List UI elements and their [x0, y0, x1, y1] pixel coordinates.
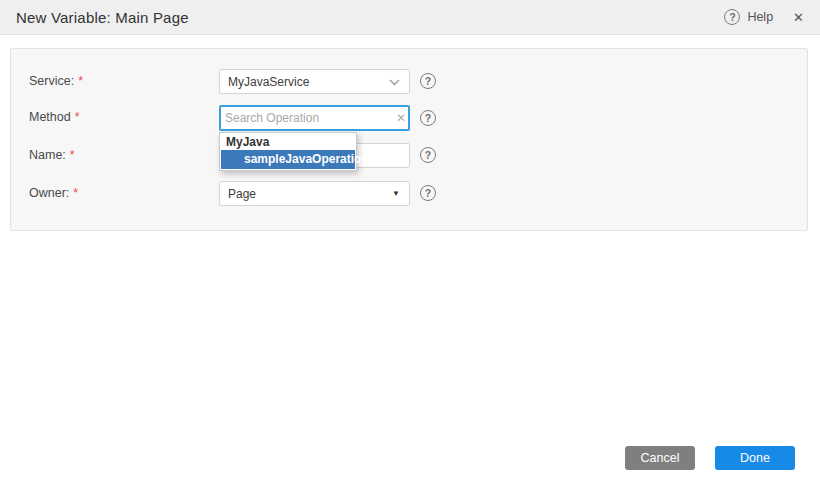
service-help-icon[interactable]: ? — [420, 73, 436, 89]
required-asterisk: * — [75, 110, 80, 124]
required-asterisk: * — [78, 74, 83, 88]
method-label: Method* — [29, 105, 80, 130]
method-help-icon[interactable]: ? — [420, 110, 436, 126]
service-select[interactable]: MyJavaService — [219, 69, 410, 94]
done-button[interactable]: Done — [715, 446, 795, 470]
clear-icon[interactable]: ✕ — [396, 105, 406, 131]
dialog-title: New Variable: Main Page — [16, 9, 189, 26]
required-asterisk: * — [73, 186, 78, 200]
name-help-icon[interactable]: ? — [420, 147, 436, 163]
service-label: Service:* — [29, 69, 83, 94]
method-search-input[interactable] — [219, 105, 410, 131]
method-results-dropdown: MyJava sampleJavaOperation — [219, 132, 357, 171]
owner-help-icon[interactable]: ? — [420, 185, 436, 201]
new-variable-dialog: New Variable: Main Page ? Help ✕ Service… — [0, 0, 820, 486]
caret-down-icon: ▼ — [392, 189, 400, 198]
owner-select[interactable]: Page ▼ — [219, 181, 410, 206]
form-panel: Service:* MyJavaService ? Method* ✕ ? Na… — [10, 48, 808, 231]
help-icon[interactable]: ? — [724, 9, 740, 25]
dropdown-item-selected[interactable]: sampleJavaOperation — [221, 150, 355, 169]
owner-label: Owner:* — [29, 181, 78, 206]
dropdown-group-header: MyJava — [220, 133, 356, 150]
close-icon[interactable]: ✕ — [793, 10, 804, 25]
owner-select-value: Page — [228, 187, 256, 201]
help-link[interactable]: Help — [747, 10, 773, 24]
header-actions: ? Help ✕ — [724, 9, 804, 25]
chevron-down-icon — [389, 79, 400, 86]
dialog-header: New Variable: Main Page ? Help ✕ — [0, 0, 820, 35]
cancel-button[interactable]: Cancel — [625, 446, 695, 470]
service-select-value: MyJavaService — [228, 75, 309, 89]
required-asterisk: * — [70, 148, 75, 162]
name-label: Name:* — [29, 143, 75, 168]
